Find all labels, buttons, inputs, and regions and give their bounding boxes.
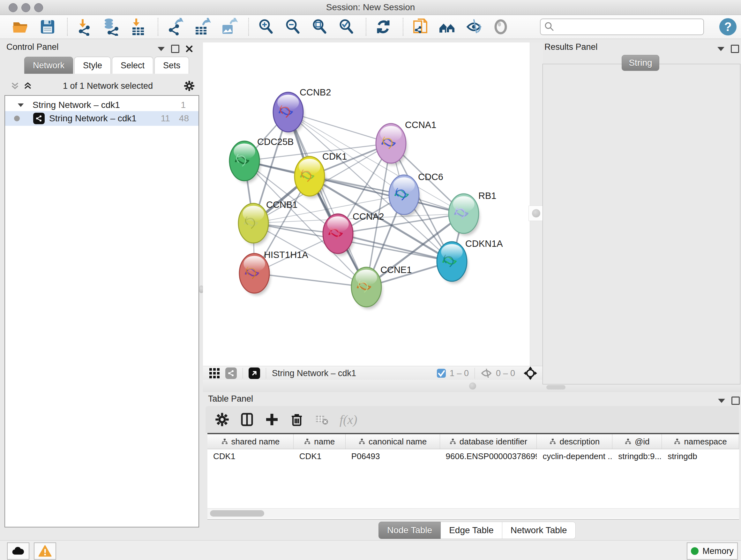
network-collection-row[interactable]: String Network – cdk1 1 [5,98,199,112]
network-options-gear-icon[interactable] [184,80,195,91]
control-panel-menu-icon[interactable] [158,47,165,51]
column-header-shared-name[interactable]: shared name [207,434,293,449]
search-input[interactable] [540,18,704,35]
column-header-namespace[interactable]: namespace [662,434,739,449]
results-panel-menu-icon[interactable] [718,47,724,51]
table-panel-menu-icon[interactable] [718,399,725,403]
import-network-file-button[interactable] [75,17,94,36]
network-view-toolbar: String Network – cdk1 1 – 0 0 – 0 [203,366,542,380]
hidden-eye-icon [481,368,493,378]
collapse-all-networks-icon[interactable] [11,82,19,90]
export-image-button[interactable] [219,17,238,36]
show-columns-button[interactable] [238,411,256,428]
add-column-button[interactable] [263,411,281,428]
zoom-in-button[interactable] [257,17,275,36]
edge-CCNB2-CCNE1[interactable] [288,112,366,287]
zoom-out-button[interactable] [283,17,302,36]
results-panel-float-icon[interactable] [731,45,739,53]
export-table-button[interactable] [193,17,211,36]
collection-collapse-icon[interactable] [18,103,24,107]
open-session-button[interactable] [11,17,30,36]
table-hscrollbar[interactable] [207,508,739,518]
column-header--id[interactable]: @id [612,434,662,449]
zoom-selected-button[interactable] [337,17,355,36]
import-network-database-button[interactable] [102,17,121,36]
hidden-count: 0 – 0 [496,368,515,378]
results-scrollbar-thumb[interactable] [546,385,565,389]
tab-sets[interactable]: Sets [154,57,189,74]
function-builder-icon[interactable]: f(x) [340,412,357,427]
tab-string[interactable]: String [622,55,659,71]
fit-selected-crosshair-icon[interactable] [523,366,537,380]
table-cell[interactable]: CDK1 [207,449,293,463]
table-row[interactable]: CDK1CDK1P064939606.ENSP00000378699cyclin… [207,449,739,463]
cloud-status-button[interactable] [7,543,29,560]
table-cell[interactable]: stringdb [662,449,739,463]
help-button[interactable]: ? [719,18,737,36]
column-header-description[interactable]: description [537,434,612,449]
tab-network[interactable]: Network [24,57,73,74]
column-header-name[interactable]: name [293,434,346,449]
network-node-CDKN1A[interactable] [437,242,468,284]
table-hscrollbar-thumb[interactable] [210,510,264,516]
edge-HIST1H1A-CCNE1[interactable] [254,273,366,287]
table-cell[interactable]: CDK1 [293,449,346,463]
tab-select[interactable]: Select [112,57,153,74]
import-table-button[interactable] [129,17,147,36]
toolbar-separator [67,18,68,36]
grid-view-icon[interactable] [209,368,220,379]
network-node-CCNE1[interactable] [351,267,382,309]
column-header-label: shared name [231,437,280,447]
table-settings-button[interactable] [213,411,231,428]
network-node-CDC6[interactable] [389,175,420,217]
zoom-fit-button[interactable] [310,17,329,36]
table-cell[interactable]: 9606.ENSP00000378699 [440,449,537,463]
network-node-CCNA1[interactable] [376,124,407,165]
hide-selected-button[interactable] [465,17,483,36]
network-node-CDK1[interactable] [294,157,326,198]
network-node-CCNA2[interactable] [323,214,354,256]
canvas-right-scrollbar[interactable] [530,43,543,366]
delete-table-button[interactable] [313,411,331,428]
clone-network-button[interactable] [411,17,429,36]
save-session-button[interactable] [38,17,57,36]
network-node-RB1[interactable] [449,194,480,236]
table-cell[interactable]: cyclin-dependent ... [537,449,612,463]
memory-button[interactable]: Memory [687,543,738,560]
column-header-canonical-name[interactable]: canonical name [346,434,440,449]
selected-checkbox-icon[interactable] [436,368,447,378]
table-panel-float-icon[interactable] [731,396,740,405]
column-tree-icon [304,438,311,445]
control-panel-float-icon[interactable] [171,45,179,53]
node-label-CCNA2: CCNA2 [353,211,384,222]
tab-node-table[interactable]: Node Table [379,522,441,539]
export-table-icon [193,18,211,36]
table-cell[interactable]: stringdb:9... [612,449,662,463]
node-label-CDK1: CDK1 [322,151,347,162]
show-all-button[interactable] [491,17,510,36]
export-network-button[interactable] [166,17,185,36]
column-header-database-identifier[interactable]: database identifier [440,434,537,449]
open-folder-icon [12,18,30,36]
network-edge-count: 48 [179,113,189,124]
expand-all-networks-icon[interactable] [23,82,32,90]
right-splitter-handle[interactable] [529,206,544,221]
control-panel-close-icon[interactable] [186,45,193,52]
refresh-button[interactable] [374,17,393,36]
network-share-view-icon[interactable] [225,368,237,379]
zoom-out-icon [284,18,301,36]
network-canvas[interactable]: CCNB2CCNA1CDC25BCDK1CDC6RB1CCNB1CCNA2CDK… [203,43,530,366]
table-cell[interactable]: P06493 [346,449,440,463]
network-node-CDC25B[interactable] [229,141,260,183]
tab-network-table[interactable]: Network Table [502,522,576,539]
tab-style[interactable]: Style [74,57,111,74]
birdseye-view-icon[interactable] [249,368,260,379]
first-neighbors-button[interactable] [438,17,456,36]
network-node-CCNB2[interactable] [273,92,304,134]
network-row-selected[interactable]: String Network – cdk1 11 48 [5,111,199,126]
delete-column-button[interactable] [288,411,306,428]
column-tree-icon [358,438,365,445]
tab-edge-table[interactable]: Edge Table [441,522,502,539]
network-node-CCNB1[interactable] [239,203,269,245]
warnings-button[interactable] [34,543,56,560]
